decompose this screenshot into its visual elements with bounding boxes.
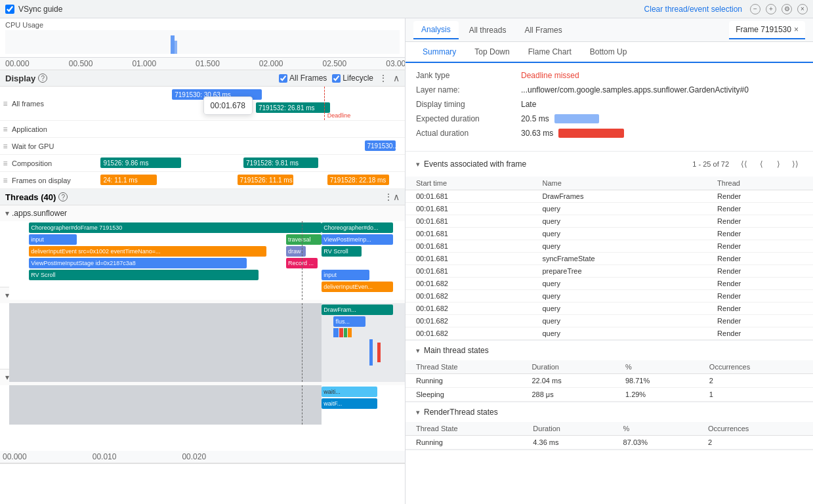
sub-tab-flamechart[interactable]: Flame Chart [519, 42, 581, 62]
input-bar-2: input [322, 270, 369, 280]
window-controls: − + ⚙ × [750, 4, 808, 14]
event-row[interactable]: 00:01.681 DrawFrames Render [406, 190, 813, 203]
row-content-gpu[interactable]: 7191530... [94, 138, 405, 154]
event-start-time: 00:01.682 [406, 315, 532, 327]
main-states-header[interactable]: ▾ Main thread states [406, 341, 813, 360]
lifecycle-checkbox-label[interactable]: Lifecycle [332, 74, 373, 83]
threads-section: Threads (40) ? ⋮ ∧ ▾ .apps.sunflower Cho… [0, 189, 405, 504]
vsync-checkbox[interactable] [5, 5, 14, 14]
event-thread: Render [707, 265, 813, 278]
sub-tab-summary[interactable]: Summary [413, 42, 465, 63]
event-start-time: 00:01.681 [406, 240, 532, 253]
event-name: syncFrameState [532, 253, 707, 265]
page-last-button[interactable]: ⟩⟩ [788, 157, 803, 171]
deliver-bar-2: deliverInputEven... [322, 282, 393, 292]
cpu-spike-2 [175, 41, 177, 54]
expected-duration-row: Expected duration 20.5 ms [416, 114, 803, 123]
display-menu-button[interactable]: ⋮ [379, 73, 388, 83]
event-row[interactable]: 00:01.681 syncFrameState Render [406, 253, 813, 265]
application-row: ≡ Application [0, 121, 405, 138]
all-frames-checkbox[interactable] [279, 74, 287, 83]
deadline-label: Deadline [327, 112, 351, 119]
col-thread: Thread [707, 177, 813, 190]
all-frames-checkbox-label[interactable]: All Frames [279, 74, 327, 83]
expected-duration-label: Expected duration [416, 114, 521, 123]
row-handle-app: ≡ [0, 125, 9, 134]
events-pagination: 1 - 25 of 72 ⟨⟨ ⟨ ⟩ ⟩⟩ [692, 157, 803, 171]
timeline-ruler: 00.000 00.500 01.000 01.500 02.000 02.50… [0, 58, 405, 70]
page-first-button[interactable]: ⟨⟨ [737, 157, 751, 171]
row-handle-fod: ≡ [0, 176, 9, 185]
event-row[interactable]: 00:01.681 prepareTree Render [406, 265, 813, 278]
sunflower-vline [302, 221, 302, 300]
gpu-empty-area [9, 385, 322, 425]
ms-col-occ: Occurrences [699, 360, 813, 374]
all-frames-row: ≡ All frames 7191530: 30.63 ms 7191532: … [0, 87, 405, 121]
event-row[interactable]: 00:01.682 query Render [406, 327, 813, 340]
page-prev-button[interactable]: ⟨ [754, 157, 768, 171]
sunflower-canvas[interactable]: Choreographer#doFrame 7191530 Choreograp… [9, 221, 405, 300]
frame-bar-1: 7191530: 30.63 ms [172, 89, 262, 100]
main-state-row: Sleeping 288 μs 1.29% 1 [406, 388, 813, 402]
event-row[interactable]: 00:01.681 query Render [406, 240, 813, 253]
jank-type-row: Jank type Deadline missed [416, 71, 803, 80]
render-canvas[interactable]: DrawFram... flus... [9, 303, 405, 382]
tab-all-frames[interactable]: All Frames [516, 22, 570, 39]
gpu-waiti-bar: waiti... [322, 387, 377, 397]
display-content: ≡ All frames 7191530: 30.63 ms 7191532: … [0, 87, 405, 189]
sunflower-group-header[interactable]: ▾ .apps.sunflower [0, 205, 405, 221]
ms-duration: 288 μs [521, 388, 615, 402]
event-row[interactable]: 00:01.681 query Render [406, 215, 813, 228]
settings-button[interactable]: ⚙ [782, 4, 792, 14]
rs-col-state: Thread State [406, 422, 522, 436]
page-next-button[interactable]: ⟩ [771, 157, 785, 171]
clear-button[interactable]: Clear thread/event selection [644, 5, 742, 14]
threads-menu-button[interactable]: ⋮ [384, 192, 393, 202]
minimize-button[interactable]: − [750, 4, 761, 14]
row-label-app: Application [9, 125, 94, 133]
event-name: query [532, 315, 707, 327]
gpu-waitf-bar: waitF... [322, 398, 377, 409]
close-button[interactable]: × [797, 4, 808, 14]
event-row[interactable]: 00:01.682 query Render [406, 278, 813, 290]
event-row[interactable]: 00:01.682 query Render [406, 290, 813, 303]
event-start-time: 00:01.681 [406, 203, 532, 215]
sub-tab-topdown[interactable]: Top Down [465, 42, 518, 62]
sunflower-expand-icon[interactable]: ▾ [5, 209, 9, 218]
row-label-gpu: Wait for GPU [9, 142, 94, 150]
lifecycle-checkbox[interactable] [332, 74, 341, 83]
maximize-button[interactable]: + [766, 4, 776, 14]
tab-all-threads[interactable]: All threads [461, 22, 514, 39]
threads-help-icon[interactable]: ? [58, 192, 68, 201]
display-timing-value: Late [521, 100, 536, 109]
event-row[interactable]: 00:01.682 query Render [406, 303, 813, 315]
row-content-fod[interactable]: 24: 11.1 ms 7191526: 11.1 ms 7191528: 22… [94, 172, 405, 188]
event-start-time: 00:01.682 [406, 303, 532, 315]
event-row[interactable]: 00:01.682 query Render [406, 315, 813, 327]
tab-frame[interactable]: Frame 7191530 × [729, 21, 805, 39]
event-row[interactable]: 00:01.681 query Render [406, 228, 813, 240]
display-help-icon[interactable]: ? [38, 74, 47, 83]
main-states-head: Thread State Duration % Occurrences [406, 360, 813, 374]
gpu-canvas[interactable]: waiti... waitF... [9, 385, 405, 425]
ms-state: Sleeping [406, 388, 521, 402]
row-content-app[interactable] [94, 121, 405, 137]
display-collapse-button[interactable]: ∧ [393, 73, 400, 83]
rs-col-occ: Occurrences [698, 422, 813, 436]
main-states-table: Thread State Duration % Occurrences Runn… [406, 360, 813, 402]
render-tall-bar [369, 339, 373, 366]
event-name: query [532, 203, 707, 215]
row-content-comp[interactable]: 91526: 9.86 ms 7191528: 9.81 ms [94, 155, 405, 171]
frame-tab-close[interactable]: × [794, 25, 799, 34]
tab-analysis[interactable]: Analysis [413, 21, 459, 39]
layer-name-row: Layer name: ...unflower/com.google.sampl… [416, 85, 803, 94]
event-thread: Render [707, 303, 813, 315]
render-states-header[interactable]: ▾ RenderThread states [406, 402, 813, 422]
events-header[interactable]: ▾ Events associated with frame 1 - 25 of… [406, 152, 813, 177]
event-row[interactable]: 00:01.681 query Render [406, 203, 813, 215]
event-start-time: 00:01.681 [406, 228, 532, 240]
threads-collapse-button[interactable]: ∧ [393, 192, 400, 202]
row-content-allframes[interactable]: 7191530: 30.63 ms 7191532: 26.81 ms Dead… [94, 87, 405, 120]
ruler-mark-1: 00.500 [69, 59, 93, 68]
sub-tab-bottomup[interactable]: Bottom Up [581, 42, 636, 62]
